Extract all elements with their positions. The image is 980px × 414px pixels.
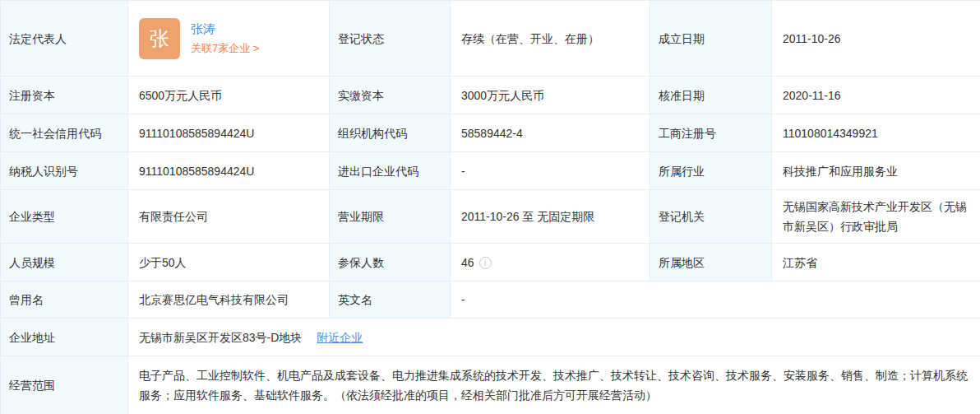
table-row: 注册资本 6500万元人民币 实缴资本 3000万元人民币 核准日期 2020-…: [1, 77, 980, 114]
table-row: 曾用名 北京赛思亿电气科技有限公司 英文名 -: [1, 281, 980, 319]
field-label-approval-date: 核准日期: [650, 77, 772, 114]
field-label-company-type: 企业类型: [1, 190, 128, 244]
field-label-region: 所属地区: [650, 244, 772, 281]
table-row: 人员规模 少于50人 参保人数 46i 所属地区 江苏省: [1, 244, 980, 281]
field-value-business-scope: 电子产品、工业控制软件、机电产品及成套设备、电力推进集成系统的技术开发、技术推广…: [128, 356, 980, 414]
table-row: 法定代表人 张 张涛 关联7家企业 > 登记状态 存续（在营、开业、在册） 成立…: [1, 1, 980, 77]
field-value-legal-rep: 张 张涛 关联7家企业 >: [128, 1, 330, 77]
field-value-reg-capital: 6500万元人民币: [128, 77, 330, 114]
field-label-reg-authority: 登记机关: [650, 190, 772, 244]
field-value-english-name: -: [451, 281, 980, 319]
table-row: 纳税人识别号 91110108585894424U 进出口企业代码 - 所属行业…: [1, 152, 980, 190]
field-value-business-reg-no: 110108014349921: [772, 114, 980, 152]
field-label-former-name: 曾用名: [1, 281, 128, 319]
field-value-insured-count: 46i: [451, 244, 650, 281]
field-label-taxpayer-id: 纳税人识别号: [1, 152, 128, 190]
table-row: 统一社会信用代码 91110108585894424U 组织机构代码 58589…: [1, 114, 980, 152]
field-value-establish-date: 2011-10-26: [772, 1, 980, 77]
info-icon[interactable]: i: [479, 257, 492, 269]
avatar[interactable]: 张: [139, 18, 180, 59]
field-label-insured-count: 参保人数: [330, 244, 451, 281]
field-label-org-code: 组织机构代码: [330, 114, 451, 152]
field-label-establish-date: 成立日期: [650, 1, 772, 77]
field-label-reg-status: 登记状态: [330, 1, 451, 77]
field-label-business-term: 营业期限: [330, 190, 451, 244]
field-label-paid-capital: 实缴资本: [330, 77, 451, 114]
field-value-taxpayer-id: 91110108585894424U: [128, 152, 330, 190]
field-value-address: 无锡市新吴区开发区83号-D地块附近企业: [128, 319, 980, 356]
address-text: 无锡市新吴区开发区83号-D地块: [139, 331, 302, 344]
field-label-address: 企业地址: [1, 319, 128, 356]
table-row: 企业地址 无锡市新吴区开发区83号-D地块附近企业: [1, 319, 980, 356]
related-companies-link[interactable]: 关联7家企业 >: [191, 41, 259, 56]
field-value-import-export-code: -: [451, 152, 650, 190]
table-row: 经营范围 电子产品、工业控制软件、机电产品及成套设备、电力推进集成系统的技术开发…: [1, 356, 980, 414]
field-label-reg-capital: 注册资本: [1, 77, 128, 114]
field-value-paid-capital: 3000万元人民币: [451, 77, 650, 114]
field-label-import-export-code: 进出口企业代码: [330, 152, 451, 190]
field-label-staff-size: 人员规模: [1, 244, 128, 281]
field-value-industry: 科技推广和应用服务业: [772, 152, 980, 190]
field-label-business-reg-no: 工商注册号: [650, 114, 772, 152]
field-value-business-term: 2011-10-26 至 无固定期限: [451, 190, 650, 244]
field-value-staff-size: 少于50人: [128, 244, 330, 281]
field-value-credit-code: 91110108585894424U: [128, 114, 330, 152]
insured-count-value: 46: [461, 256, 474, 269]
field-value-region: 江苏省: [772, 244, 980, 281]
field-value-org-code: 58589442-4: [451, 114, 650, 152]
field-value-reg-status: 存续（在营、开业、在册）: [451, 1, 650, 77]
legal-rep-cell: 张 张涛 关联7家企业 >: [139, 18, 319, 59]
field-label-industry: 所属行业: [650, 152, 772, 190]
field-label-legal-rep: 法定代表人: [1, 1, 128, 77]
table-row: 企业类型 有限责任公司 营业期限 2011-10-26 至 无固定期限 登记机关…: [1, 190, 980, 244]
field-value-reg-authority: 无锡国家高新技术产业开发区（无锡市新吴区）行政审批局: [772, 190, 980, 244]
nearby-companies-link[interactable]: 附近企业: [317, 331, 363, 344]
field-label-credit-code: 统一社会信用代码: [1, 114, 128, 152]
field-value-company-type: 有限责任公司: [128, 190, 330, 244]
field-value-former-name: 北京赛思亿电气科技有限公司: [128, 281, 330, 319]
legal-rep-name-stack: 张涛 关联7家企业 >: [191, 21, 259, 56]
field-value-approval-date: 2020-11-16: [772, 77, 980, 114]
field-label-business-scope: 经营范围: [1, 356, 128, 414]
legal-rep-name-link[interactable]: 张涛: [191, 21, 259, 37]
company-info-table: 法定代表人 张 张涛 关联7家企业 > 登记状态 存续（在营、开业、在册） 成立…: [0, 0, 980, 414]
field-label-english-name: 英文名: [330, 281, 451, 319]
